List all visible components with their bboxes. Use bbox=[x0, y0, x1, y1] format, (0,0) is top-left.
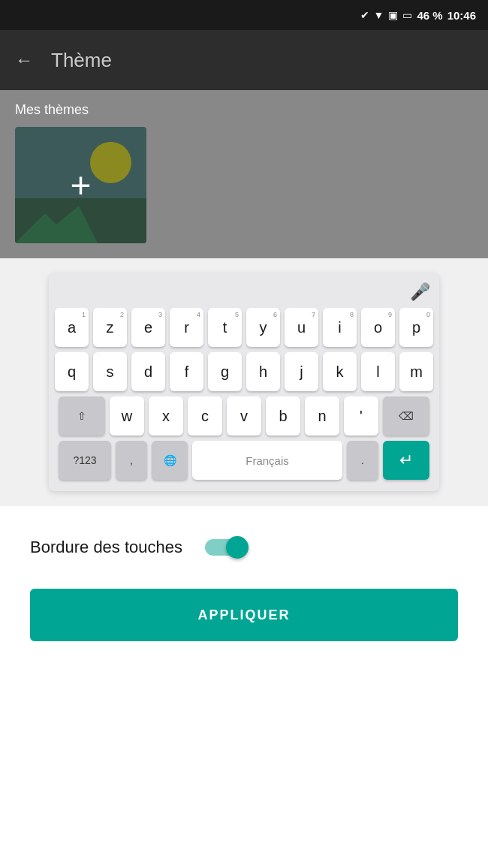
keyboard-top-bar: 🎤 bbox=[55, 282, 433, 308]
bluetooth-icon: ✔ bbox=[360, 9, 369, 21]
key-w[interactable]: w bbox=[110, 396, 144, 436]
key-d[interactable]: d bbox=[131, 352, 165, 391]
key-v[interactable]: v bbox=[227, 396, 261, 436]
keyboard: 🎤 1a 2z 3e 4r 5t 6y 7u 8i 9o 0p q s d f … bbox=[49, 273, 439, 491]
key-x[interactable]: x bbox=[149, 396, 183, 436]
themes-section: Mes thèmes + bbox=[0, 90, 488, 258]
thumbnail-circle bbox=[90, 142, 131, 183]
key-r[interactable]: 4r bbox=[170, 308, 203, 347]
add-theme-button[interactable]: + bbox=[15, 127, 146, 243]
keyboard-container: 🎤 1a 2z 3e 4r 5t 6y 7u 8i 9o 0p q s d f … bbox=[0, 258, 488, 506]
key-n[interactable]: n bbox=[305, 396, 339, 436]
keyboard-row-4: ?123 , 🌐 Français . ↵ bbox=[55, 441, 433, 480]
clock: 10:46 bbox=[447, 9, 476, 22]
key-b[interactable]: b bbox=[266, 396, 300, 436]
app-bar: ← Thème bbox=[0, 30, 488, 90]
key-h[interactable]: h bbox=[246, 352, 280, 391]
back-button[interactable]: ← bbox=[15, 50, 33, 71]
thumbnail-mountains bbox=[15, 198, 98, 243]
border-toggle-row: Bordure des touches bbox=[30, 536, 458, 559]
key-o[interactable]: 9o bbox=[361, 308, 395, 347]
space-key[interactable]: Français bbox=[192, 441, 342, 480]
period-key[interactable]: . bbox=[347, 441, 378, 480]
key-z[interactable]: 2z bbox=[93, 308, 127, 347]
my-themes-label: Mes thèmes bbox=[15, 102, 473, 118]
apply-button[interactable]: APPLIQUER bbox=[30, 589, 458, 641]
key-j[interactable]: j bbox=[285, 352, 318, 391]
key-i[interactable]: 8i bbox=[323, 308, 357, 347]
key-q[interactable]: q bbox=[55, 352, 89, 391]
status-icons: ✔ ▼ ▣ ▭ 46 % 10:46 bbox=[360, 9, 476, 22]
wifi-icon: ▼ bbox=[374, 9, 384, 21]
toggle-thumb bbox=[226, 536, 249, 559]
status-bar: ✔ ▼ ▣ ▭ 46 % 10:46 bbox=[0, 0, 488, 30]
key-a[interactable]: 1a bbox=[55, 308, 89, 347]
key-y[interactable]: 6y bbox=[246, 308, 280, 347]
microphone-icon[interactable]: 🎤 bbox=[410, 282, 430, 302]
keyboard-row-2: q s d f g h j k l m bbox=[55, 352, 433, 391]
key-apostrophe[interactable]: ' bbox=[344, 396, 378, 436]
key-f[interactable]: f bbox=[170, 352, 203, 391]
battery-percentage: 46 % bbox=[417, 9, 442, 22]
key-k[interactable]: k bbox=[323, 352, 357, 391]
num-sym-key[interactable]: ?123 bbox=[59, 441, 111, 480]
keyboard-row-3: ⇧ w x c v b n ' ⌫ bbox=[55, 396, 433, 436]
key-c[interactable]: c bbox=[188, 396, 222, 436]
key-l[interactable]: l bbox=[361, 352, 395, 391]
key-t[interactable]: 5t bbox=[208, 308, 242, 347]
border-label: Bordure des touches bbox=[30, 538, 182, 557]
key-p[interactable]: 0p bbox=[399, 308, 433, 347]
enter-key[interactable]: ↵ bbox=[383, 441, 429, 480]
border-toggle[interactable] bbox=[205, 536, 249, 559]
shift-key[interactable]: ⇧ bbox=[59, 396, 105, 436]
key-s[interactable]: s bbox=[93, 352, 127, 391]
key-m[interactable]: m bbox=[399, 352, 433, 391]
key-u[interactable]: 7u bbox=[285, 308, 318, 347]
keyboard-row-1: 1a 2z 3e 4r 5t 6y 7u 8i 9o 0p bbox=[55, 308, 433, 347]
key-e[interactable]: 3e bbox=[131, 308, 165, 347]
signal-icon: ▣ bbox=[388, 9, 398, 21]
bottom-section: Bordure des touches APPLIQUER bbox=[0, 506, 488, 868]
page-title: Thème bbox=[51, 49, 112, 72]
svg-marker-0 bbox=[15, 206, 98, 243]
globe-key[interactable]: 🌐 bbox=[152, 441, 188, 480]
add-theme-plus-icon: + bbox=[70, 167, 91, 203]
battery-icon: ▭ bbox=[402, 9, 412, 21]
backspace-key[interactable]: ⌫ bbox=[383, 396, 429, 436]
comma-key[interactable]: , bbox=[116, 441, 147, 480]
key-g[interactable]: g bbox=[208, 352, 242, 391]
